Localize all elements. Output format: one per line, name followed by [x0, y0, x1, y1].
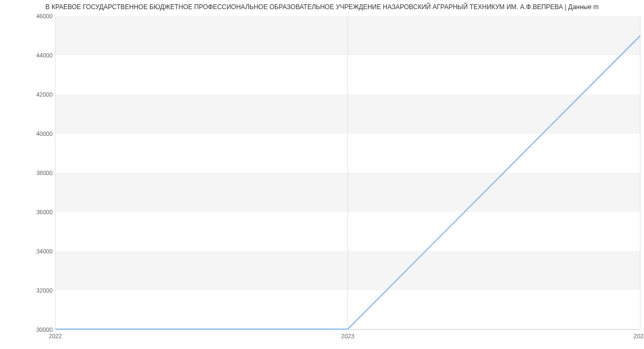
- y-tick-label: 32000: [31, 287, 53, 294]
- y-tick-label: 46000: [31, 13, 53, 19]
- chart-title: В КРАЕВОЕ ГОСУДАРСТВЕННОЕ БЮДЖЕТНОЕ ПРОФ…: [0, 0, 644, 14]
- y-tick-label: 30000: [31, 326, 53, 333]
- y-tick-label: 34000: [31, 248, 53, 255]
- y-tick-label: 40000: [31, 130, 53, 137]
- chart-svg: [55, 16, 640, 329]
- y-tick-label: 44000: [31, 52, 53, 59]
- y-tick-label: 42000: [31, 91, 53, 98]
- y-tick-label: 36000: [31, 209, 53, 215]
- x-tick-label: 2022: [49, 333, 62, 339]
- y-tick-label: 38000: [31, 170, 53, 176]
- x-tick-label: 2023: [341, 333, 354, 339]
- x-tick-label: 2024: [634, 333, 644, 339]
- chart-container: В КРАЕВОЕ ГОСУДАРСТВЕННОЕ БЮДЖЕТНОЕ ПРОФ…: [0, 0, 644, 349]
- plot-area: [55, 16, 640, 330]
